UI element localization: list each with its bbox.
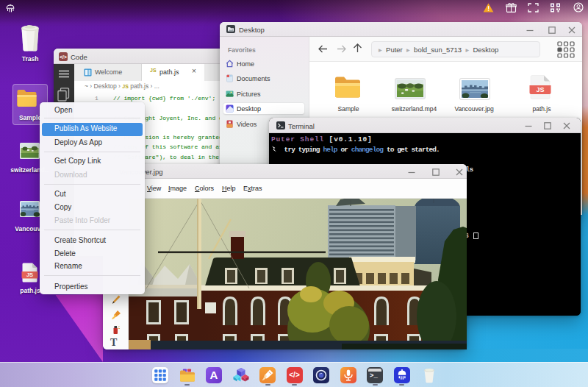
svg-text:</>: </> [60, 54, 67, 60]
svg-text:JS: JS [536, 86, 544, 93]
svg-text:JS: JS [26, 271, 33, 278]
